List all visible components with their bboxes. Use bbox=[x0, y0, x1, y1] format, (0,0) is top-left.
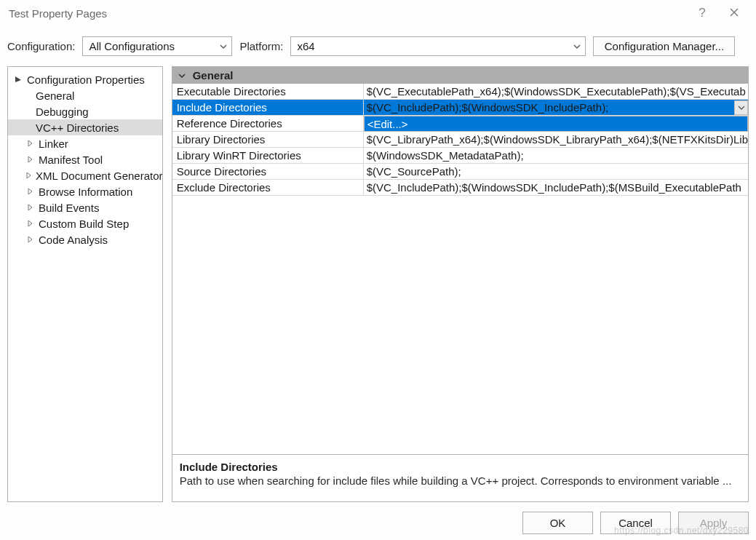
svg-marker-9 bbox=[28, 237, 32, 242]
tree-item-browse-info[interactable]: Browse Information bbox=[8, 183, 162, 199]
tree-item-build-events[interactable]: Build Events bbox=[8, 199, 162, 215]
grid-cell-name: Reference Directories bbox=[172, 116, 364, 131]
grid-cell-name: Exclude Directories bbox=[172, 180, 364, 195]
chevron-down-icon bbox=[177, 74, 187, 78]
configuration-manager-button[interactable]: Configuration Manager... bbox=[593, 36, 735, 56]
property-tree[interactable]: Configuration Properties General Debuggi… bbox=[7, 66, 163, 502]
property-grid: Executable Directories $(VC_ExecutablePa… bbox=[172, 84, 748, 454]
grid-row-executable-directories[interactable]: Executable Directories $(VC_ExecutablePa… bbox=[172, 84, 748, 100]
tree-item-general[interactable]: General bbox=[8, 87, 162, 103]
tree-root[interactable]: Configuration Properties bbox=[8, 71, 162, 87]
svg-marker-7 bbox=[28, 205, 32, 210]
twisty-closed-icon bbox=[25, 172, 31, 179]
chevron-down-icon bbox=[738, 106, 745, 110]
description-pane: Include Directories Path to use when sea… bbox=[172, 454, 748, 501]
tree-item-debugging[interactable]: Debugging bbox=[8, 103, 162, 119]
platform-value: x64 bbox=[297, 40, 314, 52]
twisty-closed-icon bbox=[25, 204, 34, 211]
toolbar: Configuration: All Configurations Platfo… bbox=[0, 26, 756, 66]
value-dropdown-pop: Reference Directories <Edit...> bbox=[172, 116, 748, 132]
tree-item-xml-doc-generator[interactable]: XML Document Generator bbox=[8, 167, 162, 183]
grid-section-header[interactable]: General bbox=[172, 67, 748, 84]
grid-row-library-directories[interactable]: Library Directories $(VC_LibraryPath_x64… bbox=[172, 132, 748, 148]
grid-row-include-directories[interactable]: Include Directories $(VC_IncludePath);$(… bbox=[172, 100, 748, 116]
description-body: Path to use when searching for include f… bbox=[180, 475, 741, 487]
main-panel: Configuration Properties General Debuggi… bbox=[0, 66, 756, 502]
help-button[interactable]: ? bbox=[686, 6, 718, 20]
grid-section-label: General bbox=[193, 69, 234, 82]
twisty-open-icon bbox=[14, 76, 23, 83]
grid-cell-name: Library Directories bbox=[172, 132, 364, 147]
watermark: https://blog.csdn.net/dxy229580 bbox=[614, 525, 749, 536]
platform-dropdown[interactable]: x64 bbox=[290, 36, 586, 56]
grid-cell-name: Library WinRT Directories bbox=[172, 148, 364, 163]
tree-root-label: Configuration Properties bbox=[24, 74, 145, 86]
grid-cell-name: Source Directories bbox=[172, 164, 364, 179]
chevron-down-icon bbox=[568, 44, 581, 49]
configuration-dropdown[interactable]: All Configurations bbox=[82, 36, 232, 56]
twisty-closed-icon bbox=[25, 220, 34, 227]
grid-cell-value[interactable]: $(VC_LibraryPath_x64);$(WindowsSDK_Libra… bbox=[364, 132, 748, 147]
tree-item-manifest-tool[interactable]: Manifest Tool bbox=[8, 151, 162, 167]
configuration-value: All Configurations bbox=[89, 40, 175, 52]
grid-cell-name: Executable Directories bbox=[172, 84, 364, 99]
twisty-closed-icon bbox=[25, 188, 34, 195]
svg-marker-2 bbox=[15, 76, 21, 82]
svg-marker-6 bbox=[28, 188, 32, 194]
grid-cell-value-text: $(VC_IncludePath);$(WindowsSDK_IncludePa… bbox=[367, 101, 609, 114]
description-title: Include Directories bbox=[180, 461, 741, 473]
tree-item-custom-build-step[interactable]: Custom Build Step bbox=[8, 215, 162, 231]
title-bar: Test Property Pages ? bbox=[0, 0, 756, 26]
tree-item-vcpp-directories[interactable]: VC++ Directories bbox=[8, 119, 162, 135]
property-grid-panel: General Executable Directories $(VC_Exec… bbox=[172, 66, 749, 502]
platform-label: Platform: bbox=[239, 40, 283, 52]
tree-item-linker[interactable]: Linker bbox=[8, 135, 162, 151]
dropdown-button[interactable] bbox=[734, 100, 748, 115]
edit-option[interactable]: <Edit...> bbox=[364, 116, 748, 132]
grid-row-library-winrt-directories[interactable]: Library WinRT Directories $(WindowsSDK_M… bbox=[172, 148, 748, 164]
grid-cell-value[interactable]: $(VC_ExecutablePath_x64);$(WindowsSDK_Ex… bbox=[364, 84, 748, 99]
svg-marker-3 bbox=[28, 140, 32, 146]
grid-cell-value[interactable]: $(VC_IncludePath);$(WindowsSDK_IncludePa… bbox=[364, 100, 748, 115]
configuration-label: Configuration: bbox=[7, 40, 75, 52]
grid-cell-name: Include Directories bbox=[172, 100, 364, 115]
svg-marker-5 bbox=[27, 172, 31, 178]
window-title: Test Property Pages bbox=[6, 7, 686, 20]
close-icon bbox=[730, 8, 739, 17]
ok-button[interactable]: OK bbox=[522, 512, 593, 534]
grid-cell-value[interactable]: $(VC_IncludePath);$(WindowsSDK_IncludePa… bbox=[364, 180, 748, 195]
grid-cell-value[interactable]: $(WindowsSDK_MetadataPath); bbox=[364, 148, 748, 163]
grid-cell-value[interactable]: $(VC_SourcePath); bbox=[364, 164, 748, 179]
grid-row-exclude-directories[interactable]: Exclude Directories $(VC_IncludePath);$(… bbox=[172, 180, 748, 196]
chevron-down-icon bbox=[214, 44, 227, 49]
twisty-closed-icon bbox=[25, 140, 34, 147]
tree-item-code-analysis[interactable]: Code Analysis bbox=[8, 231, 162, 247]
twisty-closed-icon bbox=[25, 236, 34, 243]
svg-marker-4 bbox=[28, 156, 32, 162]
svg-marker-8 bbox=[28, 221, 32, 226]
grid-row-source-directories[interactable]: Source Directories $(VC_SourcePath); bbox=[172, 164, 748, 180]
twisty-closed-icon bbox=[25, 156, 34, 163]
close-button[interactable] bbox=[718, 6, 750, 20]
